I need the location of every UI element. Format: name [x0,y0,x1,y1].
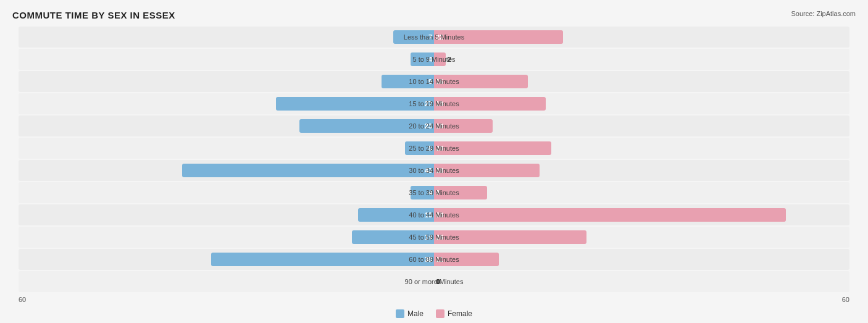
female-bar: 10 [434,119,493,133]
legend-female: Female [436,309,472,318]
male-value: 13 [425,211,432,219]
female-value: 10 [436,122,443,130]
female-bar: 2 [434,52,446,66]
female-value: 18 [436,167,443,174]
chart-legend: Male Female [12,309,856,318]
male-bar: 23 [299,119,435,133]
legend-male-label: Male [407,309,424,318]
chart-source: Source: ZipAtlas.com [791,10,856,17]
bar-row: 5 to 9 Minutes42 [19,49,849,70]
female-value: 0 [436,278,440,285]
female-bar: 22 [434,30,563,44]
bar-row: 35 to 39 Minutes49 [19,182,849,203]
female-value: 20 [436,145,443,152]
bar-row: Less than 5 Minutes722 [19,27,849,48]
male-value: 5 [428,145,432,152]
chart-title: COMMUTE TIME BY SEX IN ESSEX [12,10,175,20]
male-bar: 38 [211,253,434,266]
female-value: 26 [436,233,443,241]
male-bar: 43 [182,164,435,177]
male-bar: 7 [393,30,435,44]
male-value: 7 [428,33,432,41]
male-value: 38 [425,256,432,263]
male-value: 4 [428,56,432,63]
chart-container: COMMUTE TIME BY SEX IN ESSEX Source: Zip… [12,10,856,318]
bar-row: 15 to 19 Minutes2719 [19,93,849,114]
male-value: 14 [425,233,432,241]
legend-male: Male [396,309,424,318]
female-value: 19 [436,100,443,107]
male-value: 9 [428,78,432,85]
bars-area: Less than 5 Minutes7225 to 9 Minutes4210… [12,27,856,292]
female-bar: 18 [434,164,540,177]
axis-right-label: 60 [842,296,849,303]
female-bar: 16 [434,75,528,88]
legend-male-box [396,309,404,318]
legend-female-box [436,309,444,318]
male-bar: 13 [358,208,435,222]
bar-row: 20 to 24 Minutes2310 [19,115,849,136]
bar-row: 90 or more Minutes00 [19,271,849,292]
axis-left-label: 60 [19,296,26,303]
male-bar: 27 [276,97,435,111]
bar-row: 30 to 34 Minutes4318 [19,160,849,181]
male-value: 23 [425,122,432,130]
female-bar: 60 [434,208,786,222]
male-value: 27 [425,100,432,107]
legend-female-label: Female [448,309,472,318]
female-bar: 20 [434,141,551,155]
bar-row: 60 to 89 Minutes3811 [19,249,849,270]
male-bar: 9 [382,75,435,88]
bar-row: 10 to 14 Minutes916 [19,71,849,92]
chart-header: COMMUTE TIME BY SEX IN ESSEX Source: Zip… [12,10,856,20]
female-bar: 9 [434,186,487,199]
female-value: 22 [436,33,443,41]
female-bar: 19 [434,97,546,111]
bar-row: 45 to 59 Minutes1426 [19,227,849,248]
female-value: 2 [448,56,451,63]
female-bar: 11 [434,253,499,266]
female-bar: 26 [434,230,586,244]
axis-labels: 60 60 [12,293,856,304]
female-value: 9 [436,189,440,196]
male-bar: 4 [411,52,434,66]
male-bar: 5 [405,141,435,155]
female-value: 11 [436,256,443,263]
male-bar: 4 [411,186,434,199]
bar-row: 25 to 29 Minutes520 [19,138,849,159]
male-value: 4 [428,189,432,196]
bar-row: 40 to 44 Minutes1360 [19,204,849,225]
female-value: 60 [436,211,443,219]
male-value: 43 [425,167,432,174]
male-bar: 14 [352,230,434,244]
female-value: 16 [436,78,443,85]
